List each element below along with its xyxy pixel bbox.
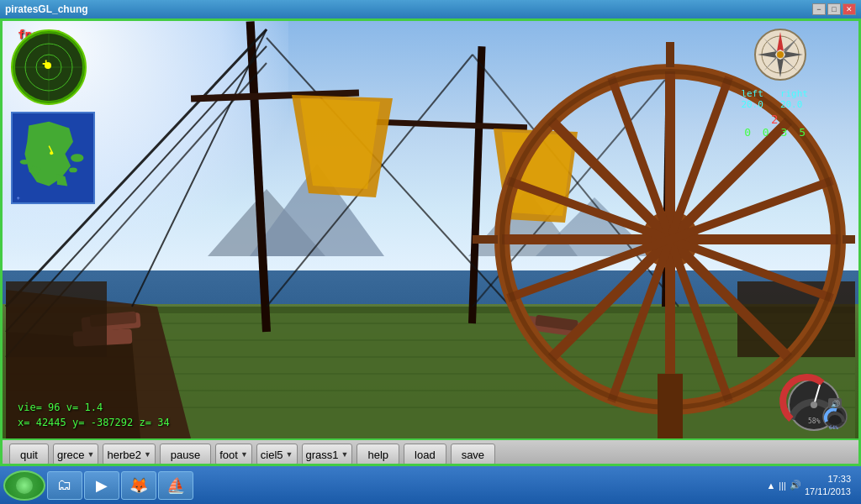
- game-viewport[interactable]: fps 15: [3, 21, 858, 438]
- grece-label: grece: [57, 449, 85, 461]
- hud-stats: left right 20.0 20.0 2 0 0 3 5: [741, 88, 808, 139]
- svg-point-67: [20, 160, 30, 165]
- sky-background: [3, 21, 858, 290]
- taskbar-item-media[interactable]: ▶: [84, 471, 119, 500]
- start-button[interactable]: [3, 470, 45, 501]
- minimize-button[interactable]: −: [812, 3, 826, 15]
- radar-minimap: [11, 29, 87, 105]
- clock: 17:33 17/11/2013: [805, 473, 851, 497]
- svg-point-81: [777, 51, 784, 58]
- firefox-icon: 🦊: [129, 475, 149, 496]
- svg-point-66: [69, 168, 77, 173]
- svg-point-69: [50, 151, 53, 155]
- save-button[interactable]: save: [451, 444, 495, 465]
- geo-map: +: [11, 112, 95, 204]
- window-title: piratesGL_chung: [5, 3, 88, 15]
- svg-text:+: +: [17, 195, 20, 202]
- svg-text:🔊: 🔊: [831, 399, 841, 409]
- clock-time: 17:33: [805, 473, 851, 485]
- grass1-dropdown[interactable]: grass1 ▼: [302, 444, 353, 465]
- volume-icon[interactable]: 🔊: [790, 480, 801, 491]
- signal-icon: |||: [779, 480, 786, 491]
- svg-text:64%: 64%: [829, 424, 838, 430]
- stat-left-label: left: [741, 88, 763, 99]
- compass: [753, 28, 808, 82]
- svg-text:58%: 58%: [808, 417, 821, 425]
- foot-arrow: ▼: [240, 450, 248, 459]
- ciel5-dropdown[interactable]: ciel5 ▼: [256, 444, 298, 465]
- load-button[interactable]: load: [404, 444, 446, 465]
- xyz-coords: x= 42445 y= -387292 z= 34: [18, 415, 170, 430]
- grass1-arrow: ▼: [341, 450, 349, 459]
- score: 0 0 3 5: [744, 126, 808, 139]
- quit-button[interactable]: quit: [9, 444, 49, 465]
- start-icon: [16, 477, 33, 494]
- grece-arrow: ▼: [87, 450, 95, 459]
- taskbar: 🗂 ▶ 🦊 ⛵ ▲ ||| 🔊 17:33 17/11/2013: [0, 466, 861, 504]
- herbe2-dropdown[interactable]: herbe2 ▼: [103, 444, 155, 465]
- ciel5-arrow: ▼: [286, 450, 293, 459]
- system-tray: ▲ ||| 🔊 17:33 17/11/2013: [766, 473, 858, 497]
- grass1-label: grass1: [306, 449, 339, 461]
- window-controls: − □ ✕: [812, 3, 856, 15]
- game-icon: ⛵: [166, 475, 186, 496]
- speedometer: 58% 64% 🔊: [776, 373, 852, 432]
- vie-display: vie= 96 v= 1.4: [18, 400, 170, 415]
- hud-coordinates: vie= 96 v= 1.4 x= 42445 y= -387292 z= 34: [18, 400, 170, 430]
- media-icon: ▶: [92, 475, 112, 496]
- maximize-button[interactable]: □: [827, 3, 841, 15]
- svg-point-60: [45, 62, 51, 69]
- close-button[interactable]: ✕: [843, 3, 856, 15]
- foot-dropdown[interactable]: foot ▼: [215, 444, 252, 465]
- svg-point-84: [811, 402, 817, 408]
- taskbar-item-game[interactable]: ⛵: [158, 471, 193, 500]
- pause-button[interactable]: pause: [160, 444, 211, 465]
- clock-date: 17/11/2013: [805, 486, 851, 497]
- herbe2-label: herbe2: [107, 449, 140, 461]
- help-button[interactable]: help: [357, 444, 399, 465]
- ammo-count: 2: [771, 113, 778, 126]
- show-desktop-btn[interactable]: ▲: [766, 480, 775, 491]
- titlebar: piratesGL_chung − □ ✕: [0, 0, 861, 18]
- foot-label: foot: [219, 449, 238, 461]
- explorer-icon: 🗂: [55, 475, 75, 496]
- svg-point-65: [71, 154, 83, 162]
- taskbar-item-firefox[interactable]: 🦊: [121, 471, 156, 500]
- stat-right-val: 20.0: [780, 99, 803, 110]
- controls-bar: quit grece ▼ herbe2 ▼ pause foot ▼ ciel5…: [3, 438, 861, 466]
- grece-dropdown[interactable]: grece ▼: [53, 444, 98, 465]
- stat-right-label: right: [780, 88, 808, 99]
- game-window: fps 15: [0, 18, 861, 466]
- ciel5-label: ciel5: [261, 449, 283, 461]
- stat-left-val: 20.0: [741, 99, 763, 110]
- taskbar-item-explorer[interactable]: 🗂: [47, 471, 82, 500]
- herbe2-arrow: ▼: [144, 450, 151, 459]
